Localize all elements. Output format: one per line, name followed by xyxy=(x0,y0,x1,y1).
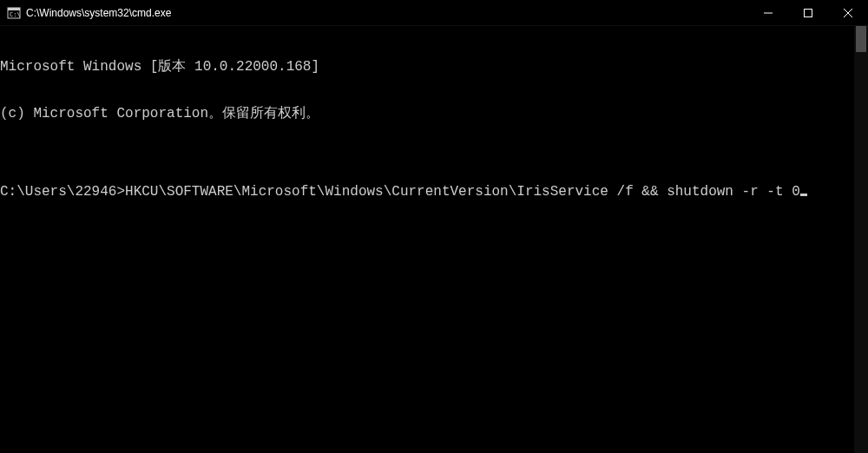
cmd-icon: C:\ xyxy=(7,6,21,20)
minimize-button[interactable] xyxy=(748,0,788,26)
terminal-output[interactable]: Microsoft Windows [版本 10.0.22000.168] (c… xyxy=(0,28,854,453)
svg-rect-1 xyxy=(8,8,20,10)
svg-text:C:\: C:\ xyxy=(10,11,21,18)
vertical-scrollbar[interactable] xyxy=(854,26,868,453)
command-input[interactable]: HKCU\SOFTWARE\Microsoft\Windows\CurrentV… xyxy=(125,184,800,200)
svg-rect-4 xyxy=(805,9,812,16)
text-cursor xyxy=(800,194,807,196)
scrollbar-thumb[interactable] xyxy=(856,26,866,52)
version-line: Microsoft Windows [版本 10.0.22000.168] xyxy=(0,59,854,75)
close-button[interactable] xyxy=(828,0,868,26)
prompt-text: C:\Users\22946> xyxy=(0,184,125,200)
client-area: Microsoft Windows [版本 10.0.22000.168] (c… xyxy=(0,26,868,453)
cmd-window: C:\ C:\Windows\system32\cmd.exe Microsof… xyxy=(0,0,868,453)
maximize-button[interactable] xyxy=(788,0,828,26)
copyright-line: (c) Microsoft Corporation。保留所有权利。 xyxy=(0,106,854,121)
window-title: C:\Windows\system32\cmd.exe xyxy=(26,7,171,19)
command-line[interactable]: C:\Users\22946>HKCU\SOFTWARE\Microsoft\W… xyxy=(0,184,854,200)
titlebar[interactable]: C:\ C:\Windows\system32\cmd.exe xyxy=(0,0,868,26)
